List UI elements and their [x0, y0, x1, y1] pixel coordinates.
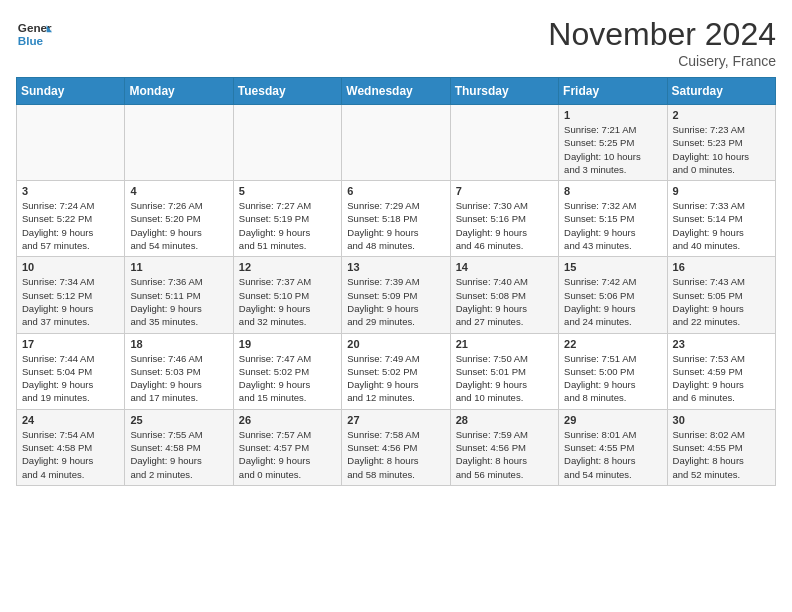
calendar-cell: 8Sunrise: 7:32 AM Sunset: 5:15 PM Daylig… [559, 181, 667, 257]
calendar-cell: 10Sunrise: 7:34 AM Sunset: 5:12 PM Dayli… [17, 257, 125, 333]
weekday-header-thursday: Thursday [450, 78, 558, 105]
calendar-cell: 27Sunrise: 7:58 AM Sunset: 4:56 PM Dayli… [342, 409, 450, 485]
day-info: Sunrise: 7:43 AM Sunset: 5:05 PM Dayligh… [673, 275, 770, 328]
day-info: Sunrise: 7:37 AM Sunset: 5:10 PM Dayligh… [239, 275, 336, 328]
logo: General Blue [16, 16, 56, 52]
day-info: Sunrise: 7:57 AM Sunset: 4:57 PM Dayligh… [239, 428, 336, 481]
day-number: 13 [347, 261, 444, 273]
day-info: Sunrise: 7:44 AM Sunset: 5:04 PM Dayligh… [22, 352, 119, 405]
calendar-cell [233, 105, 341, 181]
location-title: Cuisery, France [548, 53, 776, 69]
day-number: 12 [239, 261, 336, 273]
day-number: 2 [673, 109, 770, 121]
day-info: Sunrise: 7:33 AM Sunset: 5:14 PM Dayligh… [673, 199, 770, 252]
calendar-cell: 17Sunrise: 7:44 AM Sunset: 5:04 PM Dayli… [17, 333, 125, 409]
calendar-cell: 1Sunrise: 7:21 AM Sunset: 5:25 PM Daylig… [559, 105, 667, 181]
title-block: November 2024 Cuisery, France [548, 16, 776, 69]
day-info: Sunrise: 7:34 AM Sunset: 5:12 PM Dayligh… [22, 275, 119, 328]
day-info: Sunrise: 7:23 AM Sunset: 5:23 PM Dayligh… [673, 123, 770, 176]
day-number: 21 [456, 338, 553, 350]
calendar-cell [342, 105, 450, 181]
day-number: 27 [347, 414, 444, 426]
calendar-cell: 26Sunrise: 7:57 AM Sunset: 4:57 PM Dayli… [233, 409, 341, 485]
calendar-cell: 20Sunrise: 7:49 AM Sunset: 5:02 PM Dayli… [342, 333, 450, 409]
day-info: Sunrise: 7:39 AM Sunset: 5:09 PM Dayligh… [347, 275, 444, 328]
day-number: 30 [673, 414, 770, 426]
calendar-cell: 24Sunrise: 7:54 AM Sunset: 4:58 PM Dayli… [17, 409, 125, 485]
calendar-cell: 29Sunrise: 8:01 AM Sunset: 4:55 PM Dayli… [559, 409, 667, 485]
day-info: Sunrise: 7:21 AM Sunset: 5:25 PM Dayligh… [564, 123, 661, 176]
weekday-header-friday: Friday [559, 78, 667, 105]
day-number: 7 [456, 185, 553, 197]
day-number: 15 [564, 261, 661, 273]
svg-text:Blue: Blue [18, 34, 44, 47]
day-info: Sunrise: 7:47 AM Sunset: 5:02 PM Dayligh… [239, 352, 336, 405]
day-number: 3 [22, 185, 119, 197]
calendar-cell [125, 105, 233, 181]
calendar-cell: 23Sunrise: 7:53 AM Sunset: 4:59 PM Dayli… [667, 333, 775, 409]
day-number: 16 [673, 261, 770, 273]
day-number: 18 [130, 338, 227, 350]
day-number: 22 [564, 338, 661, 350]
day-number: 28 [456, 414, 553, 426]
page-header: General Blue November 2024 Cuisery, Fran… [16, 16, 776, 69]
calendar-cell: 5Sunrise: 7:27 AM Sunset: 5:19 PM Daylig… [233, 181, 341, 257]
day-info: Sunrise: 7:26 AM Sunset: 5:20 PM Dayligh… [130, 199, 227, 252]
logo-icon: General Blue [16, 16, 52, 52]
day-number: 29 [564, 414, 661, 426]
calendar-cell: 18Sunrise: 7:46 AM Sunset: 5:03 PM Dayli… [125, 333, 233, 409]
calendar-cell [17, 105, 125, 181]
day-number: 8 [564, 185, 661, 197]
calendar-cell: 6Sunrise: 7:29 AM Sunset: 5:18 PM Daylig… [342, 181, 450, 257]
day-info: Sunrise: 7:50 AM Sunset: 5:01 PM Dayligh… [456, 352, 553, 405]
calendar-cell: 19Sunrise: 7:47 AM Sunset: 5:02 PM Dayli… [233, 333, 341, 409]
day-info: Sunrise: 7:27 AM Sunset: 5:19 PM Dayligh… [239, 199, 336, 252]
day-number: 26 [239, 414, 336, 426]
calendar-week-3: 17Sunrise: 7:44 AM Sunset: 5:04 PM Dayli… [17, 333, 776, 409]
day-number: 6 [347, 185, 444, 197]
day-number: 14 [456, 261, 553, 273]
weekday-header-saturday: Saturday [667, 78, 775, 105]
day-number: 11 [130, 261, 227, 273]
calendar-cell: 4Sunrise: 7:26 AM Sunset: 5:20 PM Daylig… [125, 181, 233, 257]
day-number: 9 [673, 185, 770, 197]
calendar-week-0: 1Sunrise: 7:21 AM Sunset: 5:25 PM Daylig… [17, 105, 776, 181]
day-info: Sunrise: 7:53 AM Sunset: 4:59 PM Dayligh… [673, 352, 770, 405]
calendar-cell: 16Sunrise: 7:43 AM Sunset: 5:05 PM Dayli… [667, 257, 775, 333]
day-number: 4 [130, 185, 227, 197]
calendar-week-4: 24Sunrise: 7:54 AM Sunset: 4:58 PM Dayli… [17, 409, 776, 485]
day-info: Sunrise: 7:29 AM Sunset: 5:18 PM Dayligh… [347, 199, 444, 252]
calendar-cell: 14Sunrise: 7:40 AM Sunset: 5:08 PM Dayli… [450, 257, 558, 333]
day-number: 17 [22, 338, 119, 350]
day-info: Sunrise: 7:51 AM Sunset: 5:00 PM Dayligh… [564, 352, 661, 405]
calendar-cell: 21Sunrise: 7:50 AM Sunset: 5:01 PM Dayli… [450, 333, 558, 409]
calendar-cell: 28Sunrise: 7:59 AM Sunset: 4:56 PM Dayli… [450, 409, 558, 485]
calendar-table: SundayMondayTuesdayWednesdayThursdayFrid… [16, 77, 776, 486]
calendar-cell: 15Sunrise: 7:42 AM Sunset: 5:06 PM Dayli… [559, 257, 667, 333]
weekday-header-tuesday: Tuesday [233, 78, 341, 105]
day-number: 20 [347, 338, 444, 350]
day-info: Sunrise: 7:36 AM Sunset: 5:11 PM Dayligh… [130, 275, 227, 328]
day-info: Sunrise: 8:01 AM Sunset: 4:55 PM Dayligh… [564, 428, 661, 481]
calendar-cell: 7Sunrise: 7:30 AM Sunset: 5:16 PM Daylig… [450, 181, 558, 257]
day-info: Sunrise: 7:49 AM Sunset: 5:02 PM Dayligh… [347, 352, 444, 405]
calendar-cell: 11Sunrise: 7:36 AM Sunset: 5:11 PM Dayli… [125, 257, 233, 333]
day-info: Sunrise: 7:40 AM Sunset: 5:08 PM Dayligh… [456, 275, 553, 328]
calendar-cell: 2Sunrise: 7:23 AM Sunset: 5:23 PM Daylig… [667, 105, 775, 181]
calendar-cell: 30Sunrise: 8:02 AM Sunset: 4:55 PM Dayli… [667, 409, 775, 485]
calendar-cell: 3Sunrise: 7:24 AM Sunset: 5:22 PM Daylig… [17, 181, 125, 257]
calendar-cell: 25Sunrise: 7:55 AM Sunset: 4:58 PM Dayli… [125, 409, 233, 485]
day-info: Sunrise: 8:02 AM Sunset: 4:55 PM Dayligh… [673, 428, 770, 481]
day-info: Sunrise: 7:42 AM Sunset: 5:06 PM Dayligh… [564, 275, 661, 328]
weekday-header-monday: Monday [125, 78, 233, 105]
calendar-cell: 22Sunrise: 7:51 AM Sunset: 5:00 PM Dayli… [559, 333, 667, 409]
day-number: 25 [130, 414, 227, 426]
day-info: Sunrise: 7:46 AM Sunset: 5:03 PM Dayligh… [130, 352, 227, 405]
calendar-week-1: 3Sunrise: 7:24 AM Sunset: 5:22 PM Daylig… [17, 181, 776, 257]
day-number: 23 [673, 338, 770, 350]
day-info: Sunrise: 7:24 AM Sunset: 5:22 PM Dayligh… [22, 199, 119, 252]
calendar-cell: 12Sunrise: 7:37 AM Sunset: 5:10 PM Dayli… [233, 257, 341, 333]
day-info: Sunrise: 7:54 AM Sunset: 4:58 PM Dayligh… [22, 428, 119, 481]
month-title: November 2024 [548, 16, 776, 53]
day-number: 5 [239, 185, 336, 197]
